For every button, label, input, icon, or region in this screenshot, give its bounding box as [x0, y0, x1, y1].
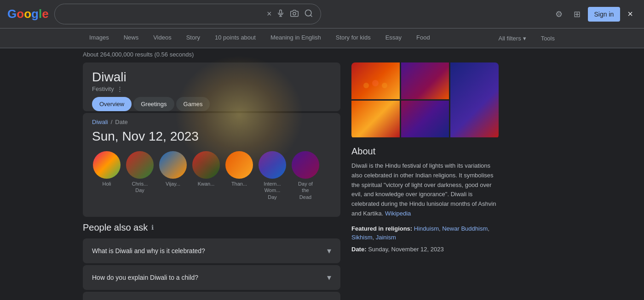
more-options-icon[interactable]: ⋮ — [117, 85, 123, 92]
paa-info-icon[interactable]: ℹ — [151, 224, 154, 231]
kp-about-title: About — [351, 146, 499, 157]
paa-question-2: How do you explain Diwali to a child? — [92, 274, 198, 281]
all-filters-button[interactable]: All filters ▾ — [492, 29, 533, 47]
religion-hinduism-link[interactable]: Hinduism — [414, 225, 439, 232]
tab-10-points[interactable]: 10 points about — [208, 28, 262, 48]
date-value: Sunday, November 12, 2023 — [368, 246, 444, 253]
tab-food[interactable]: Food — [410, 28, 437, 48]
left-column: Diwali Festivity ⋮ Overview Greetings Ga… — [83, 62, 340, 300]
header: Google diwali × — [0, 0, 644, 28]
tab-images[interactable]: Images — [83, 28, 115, 48]
date-display: Sun, Nov 12, 2023 — [92, 129, 331, 144]
svg-point-4 — [305, 10, 311, 16]
festivals-row: Holi Chris...Day Vijay... Kwan... Than..… — [92, 151, 331, 202]
paa-item-3-header[interactable]: What happens during Diwali? ▾ — [83, 292, 340, 300]
festival-thumb-thanksgiving — [225, 151, 253, 179]
festival-label-thanksgiving: Than... — [231, 181, 247, 187]
paa-item-2: How do you explain Diwali to a child? ▾ — [83, 265, 340, 290]
festival-label-day-of-dead: Day oftheDead — [298, 181, 313, 200]
chevron-down-icon-2: ▾ — [327, 272, 331, 283]
kp-image-5[interactable] — [401, 101, 449, 137]
kp-religions-row: Featured in religions: Hinduism, Newar B… — [351, 224, 499, 242]
breadcrumb: Diwali / Date — [92, 119, 331, 125]
festival-thumb-christmas — [126, 151, 154, 179]
tools-button[interactable]: Tools — [535, 29, 561, 47]
google-logo[interactable]: Google — [7, 7, 49, 21]
wikipedia-link[interactable]: Wikipedia — [385, 210, 411, 217]
religion-sikhism-link[interactable]: Sikhism — [351, 234, 373, 241]
religions-label: Featured in religions: — [351, 225, 412, 232]
festival-label-kwanzaa: Kwan... — [198, 181, 215, 187]
nav-tabs: Images News Videos Story 10 points about… — [0, 28, 644, 48]
festival-thanksgiving[interactable]: Than... — [224, 151, 254, 200]
kp-header-card: Diwali Festivity ⋮ Overview Greetings Ga… — [83, 62, 340, 111]
festival-label-holi: Holi — [103, 181, 111, 187]
search-input[interactable]: diwali — [61, 10, 263, 18]
paa-title: People also ask ℹ — [83, 222, 340, 233]
kp-image-1[interactable] — [351, 62, 400, 99]
kp-image-2[interactable] — [401, 62, 449, 99]
kp-images-grid: View images — [351, 62, 499, 139]
religion-jainism-link[interactable]: Jainism — [376, 234, 396, 241]
camera-icon — [290, 9, 299, 19]
svg-point-8 — [382, 83, 387, 88]
breadcrumb-separator: / — [111, 119, 113, 125]
tab-essay[interactable]: Essay — [379, 28, 408, 48]
paa-question-1: What is Diwali and why is it celebrated? — [92, 247, 205, 255]
voice-search-button[interactable] — [276, 8, 286, 20]
search-submit-button[interactable] — [303, 8, 314, 20]
festival-label-international: Intern...Wom...Day — [264, 181, 281, 200]
festival-label-vijaya: Vijay... — [166, 181, 180, 187]
festival-holi[interactable]: Holi — [92, 151, 121, 200]
kp-tab-greetings[interactable]: Greetings — [133, 97, 174, 111]
kp-tabs: Overview Greetings Games — [92, 97, 331, 111]
search-bar: diwali × — [54, 4, 321, 24]
paa-item-2-header[interactable]: How do you explain Diwali to a child? ▾ — [83, 265, 340, 290]
festival-vijaya[interactable]: Vijay... — [158, 151, 188, 200]
kp-tab-overview[interactable]: Overview — [92, 97, 132, 111]
svg-point-3 — [293, 12, 296, 15]
svg-point-6 — [363, 83, 369, 88]
close-button[interactable]: × — [624, 5, 637, 23]
festival-thumb-vijaya — [159, 151, 187, 179]
paa-item-3: What happens during Diwali? ▾ — [83, 292, 340, 300]
tab-news[interactable]: News — [117, 28, 145, 48]
sign-in-button[interactable]: Sign in — [588, 7, 621, 22]
tab-meaning[interactable]: Meaning in English — [264, 28, 328, 48]
religion-newar-link[interactable]: Newar Buddhism — [442, 225, 488, 232]
date-label: Date: — [351, 246, 367, 253]
breadcrumb-parent-link[interactable]: Diwali — [92, 119, 108, 125]
tab-story-kids[interactable]: Story for kids — [329, 28, 377, 48]
gear-icon: ⚙ — [555, 9, 563, 19]
kp-about-text: Diwali is the Hindu festival of lights w… — [351, 161, 499, 219]
paa-item-1-header[interactable]: What is Diwali and why is it celebrated?… — [83, 238, 340, 263]
main-content: Diwali Festivity ⋮ Overview Greetings Ga… — [0, 62, 644, 300]
kp-image-4[interactable] — [351, 101, 400, 137]
festival-christmas[interactable]: Chris...Day — [125, 151, 155, 200]
kp-subtitle: Festivity ⋮ — [92, 85, 331, 92]
kp-image-3[interactable] — [450, 62, 499, 137]
apps-button[interactable]: ⊞ — [570, 6, 584, 23]
kp-date-row: Date: Sunday, November 12, 2023 — [351, 245, 499, 254]
tab-story[interactable]: Story — [180, 28, 207, 48]
festival-international[interactable]: Intern...Wom...Day — [258, 151, 287, 200]
chevron-down-icon-1: ▾ — [327, 246, 331, 256]
festival-kwanzaa[interactable]: Kwan... — [191, 151, 221, 200]
all-filters-label: All filters — [499, 35, 521, 42]
clear-search-button[interactable]: × — [267, 9, 272, 19]
knowledge-panel: View images About Diwali is the Hindu fe… — [351, 62, 499, 300]
settings-button[interactable]: ⚙ — [552, 6, 566, 23]
clear-icon: × — [267, 9, 272, 19]
image-search-button[interactable] — [289, 8, 299, 20]
festival-label-christmas: Chris...Day — [132, 181, 148, 194]
header-right: ⚙ ⊞ Sign in × — [552, 5, 637, 23]
close-icon: × — [627, 9, 633, 19]
grid-icon: ⊞ — [574, 9, 581, 19]
kp-tab-games[interactable]: Games — [176, 97, 210, 111]
tab-videos[interactable]: Videos — [147, 28, 178, 48]
search-icon — [304, 9, 313, 19]
paa-section: People also ask ℹ What is Diwali and why… — [83, 222, 340, 300]
festival-day-of-dead[interactable]: Day oftheDead — [291, 151, 320, 200]
festival-thumb-international — [259, 151, 286, 179]
festival-thumb-holi — [93, 151, 121, 179]
